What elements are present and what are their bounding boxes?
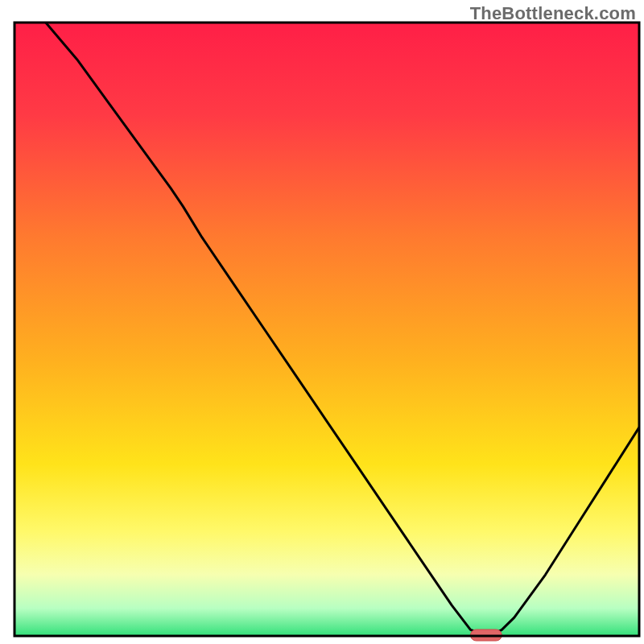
plot-background xyxy=(14,23,639,636)
watermark-label: TheBottleneck.com xyxy=(470,3,636,24)
bottleneck-chart xyxy=(0,0,644,644)
chart-stage: TheBottleneck.com xyxy=(0,0,644,644)
